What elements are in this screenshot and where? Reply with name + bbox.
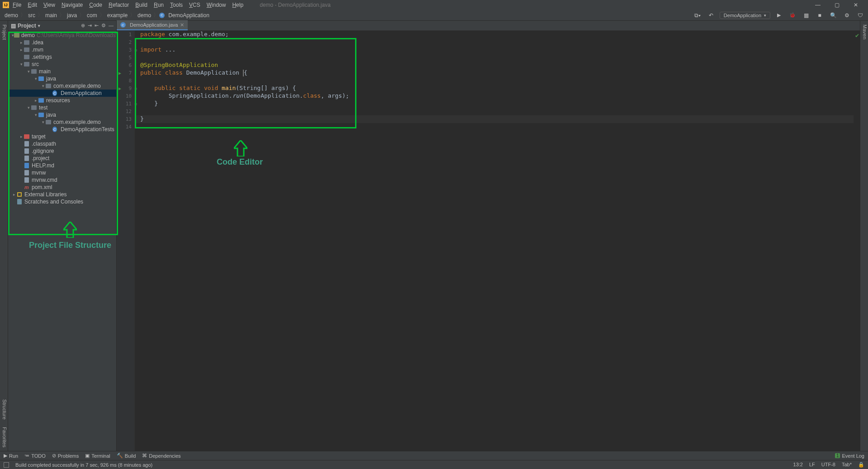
crumb[interactable]: src <box>26 12 37 19</box>
crumb[interactable]: main <box>43 12 59 19</box>
close-tab-icon[interactable]: ✕ <box>180 22 184 28</box>
add-config-button[interactable]: ⧉▾ <box>693 10 702 20</box>
problems-tool-button[interactable]: ⊘ Problems <box>52 453 79 459</box>
tree-row[interactable]: CDemoApplication <box>8 90 116 97</box>
lock-icon[interactable]: 🔒 <box>858 462 864 468</box>
tree-row[interactable]: ▸resources <box>8 97 116 104</box>
crumb[interactable]: demo <box>136 12 153 19</box>
dependencies-tool-button[interactable]: ⌘ Dependencies <box>142 453 180 459</box>
search-everywhere-button[interactable]: 🔍 <box>828 10 838 20</box>
editor-gutter[interactable]: 1 2 3⊞ 5 6 ▶7 8 ▶9⊟ 10 11⊟ 12 13 14 <box>117 31 135 451</box>
run-tool-button[interactable]: ▶ Run <box>4 453 18 459</box>
tree-row[interactable]: .project <box>8 155 116 162</box>
tree-arrow-icon[interactable]: ▸ <box>33 98 38 103</box>
ide-avatar-icon[interactable]: 🛡 <box>855 10 865 20</box>
hide-panel-icon[interactable]: — <box>109 23 114 28</box>
tree-row[interactable]: ▾test <box>8 104 116 111</box>
caret-position[interactable]: 13:2 <box>793 462 803 468</box>
tree-row[interactable]: .settings <box>8 53 116 61</box>
main-content: Project Structure Favorites ▤Project ▾ ⊕… <box>0 21 868 451</box>
tree-row[interactable]: CDemoApplicationTests <box>8 126 116 133</box>
tree-row[interactable]: ▾com.example.demo <box>8 118 116 126</box>
window-minimize-button[interactable]: — <box>808 0 827 10</box>
settings-icon[interactable]: ⚙ <box>101 23 106 28</box>
tree-arrow-icon[interactable]: ▸ <box>19 134 24 139</box>
tree-row[interactable]: ▸External Libraries <box>8 191 116 198</box>
tree-row[interactable]: ▾main <box>8 68 116 75</box>
maven-tool-button[interactable]: Maven <box>860 21 868 43</box>
tree-arrow-icon[interactable]: ▾ <box>26 105 31 110</box>
tree-row[interactable]: mvnw <box>8 169 116 176</box>
menu-refactor[interactable]: Refactor <box>109 2 129 8</box>
tree-arrow-icon[interactable]: ▾ <box>41 84 45 88</box>
tree-row[interactable]: ▾java <box>8 75 116 82</box>
menu-tools[interactable]: Tools <box>170 2 183 8</box>
tree-arrow-icon[interactable]: ▸ <box>19 40 24 45</box>
terminal-tool-button[interactable]: ▣ Terminal <box>85 453 110 459</box>
tree-row[interactable]: mvnw.cmd <box>8 176 116 184</box>
run-button[interactable]: ▶ <box>774 10 784 20</box>
window-maximize-button[interactable]: ▢ <box>827 0 846 10</box>
tree-row[interactable]: mpom.xml <box>8 184 116 191</box>
menu-edit[interactable]: Edit <box>28 2 37 8</box>
right-tool-strip: Maven <box>860 21 868 451</box>
debug-button[interactable]: 🐞 <box>787 10 797 20</box>
tree-row[interactable]: ▾java <box>8 111 116 118</box>
structure-tool-button[interactable]: Structure <box>0 396 8 423</box>
tree-row[interactable]: ▾demoC:\Users\Amiya Rout\Downloads\demo <box>8 32 116 39</box>
tree-row[interactable]: HELP.md <box>8 162 116 169</box>
tree-row[interactable]: ▸.idea <box>8 39 116 46</box>
crumb[interactable]: DemoApplication <box>166 12 211 19</box>
tree-arrow-icon[interactable]: ▸ <box>19 47 24 52</box>
window-close-button[interactable]: ✕ <box>846 0 865 10</box>
crumb[interactable]: demo <box>3 12 20 19</box>
project-tree[interactable]: ▾demoC:\Users\Amiya Rout\Downloads\demo▸… <box>8 31 116 451</box>
run-config-selector[interactable]: DemoApplication <box>720 12 770 19</box>
editor-tab[interactable]: C DemoApplication.java ✕ <box>117 20 188 30</box>
file-encoding[interactable]: UTF-8 <box>821 462 835 468</box>
tree-arrow-icon[interactable]: ▾ <box>33 113 38 117</box>
menu-vcs[interactable]: VCS <box>189 2 200 8</box>
tool-windows-toggle-icon[interactable] <box>4 462 9 468</box>
tree-row[interactable]: ▸target <box>8 133 116 140</box>
build-tool-button[interactable]: 🔨 Build <box>117 453 136 459</box>
editor-markers[interactable]: ✔ <box>854 31 860 451</box>
tree-arrow-icon[interactable]: ▾ <box>26 69 31 74</box>
tree-row[interactable]: .gitignore <box>8 147 116 155</box>
tree-arrow-icon[interactable]: ▾ <box>33 76 38 81</box>
tree-row[interactable]: Scratches and Consoles <box>8 198 116 205</box>
menu-run[interactable]: Run <box>154 2 164 8</box>
tree-arrow-icon[interactable]: ▾ <box>41 120 45 124</box>
tree-row[interactable]: ▾src <box>8 61 116 68</box>
coverage-button[interactable]: ▦ <box>801 10 811 20</box>
menu-navigate[interactable]: Navigate <box>62 2 83 8</box>
menu-file[interactable]: File <box>13 2 21 8</box>
tree-row[interactable]: .classpath <box>8 140 116 147</box>
todo-tool-button[interactable]: ≔ TODO <box>24 453 46 459</box>
event-log-button[interactable]: 1 Event Log <box>835 453 864 459</box>
indent-config[interactable]: Tab* <box>842 462 852 468</box>
tree-row[interactable]: ▸.mvn <box>8 46 116 53</box>
menu-help[interactable]: Help <box>232 2 243 8</box>
crumb[interactable]: com <box>85 12 99 19</box>
crumb[interactable]: java <box>65 12 79 19</box>
stop-button[interactable]: ■ <box>815 10 825 20</box>
code-editor[interactable]: package com.example.demo; import ... @Sp… <box>135 31 854 451</box>
tree-arrow-icon[interactable]: ▸ <box>12 192 16 197</box>
select-opened-file-icon[interactable]: ⊕ <box>81 23 85 28</box>
project-panel-title[interactable]: ▤Project ▾ <box>11 23 40 29</box>
menu-view[interactable]: View <box>43 2 55 8</box>
menu-build[interactable]: Build <box>135 2 147 8</box>
expand-all-icon[interactable]: ⇥ <box>88 23 92 28</box>
menu-code[interactable]: Code <box>89 2 102 8</box>
line-separator[interactable]: LF <box>809 462 815 468</box>
collapse-all-icon[interactable]: ⇤ <box>95 23 99 28</box>
build-button[interactable]: ↶ <box>706 10 716 20</box>
tree-arrow-icon[interactable]: ▾ <box>19 62 24 66</box>
project-tool-button[interactable]: Project <box>0 21 8 43</box>
menu-window[interactable]: Window <box>207 2 226 8</box>
tree-row[interactable]: ▾com.example.demo <box>8 82 116 90</box>
crumb[interactable]: example <box>105 12 129 19</box>
settings-button[interactable]: ⚙ <box>842 10 852 20</box>
favorites-tool-button[interactable]: Favorites <box>0 423 8 451</box>
